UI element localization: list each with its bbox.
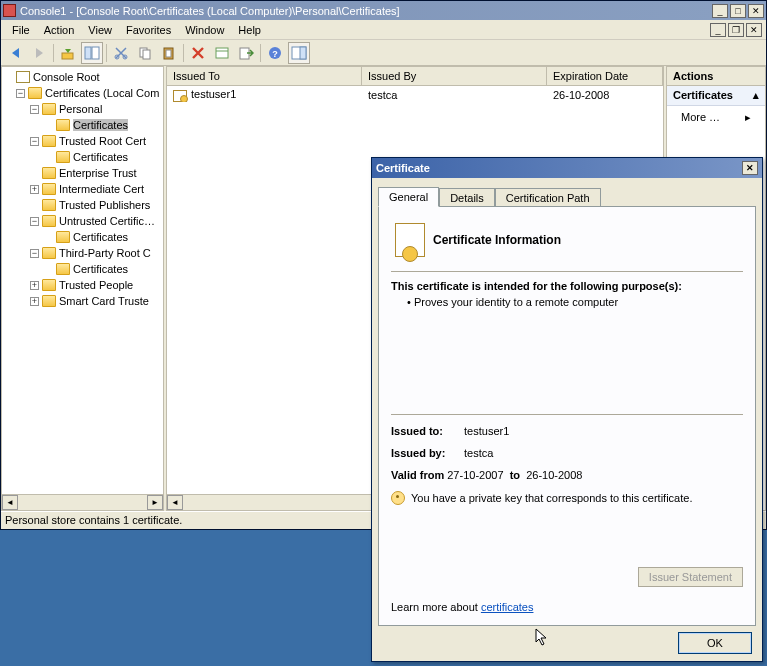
show-tree-button[interactable] [81,42,103,64]
delete-button[interactable] [187,42,209,64]
dialog-close-button[interactable]: ✕ [742,161,758,175]
tree-label: Trusted People [59,279,133,291]
certificate-icon [173,90,187,102]
tree-node-tr-certs[interactable]: Certificates [2,149,163,165]
collapse-icon[interactable]: − [30,105,39,114]
collapse-icon[interactable]: − [30,137,39,146]
tree-node-certificates-personal[interactable]: Certificates [2,117,163,133]
menu-action[interactable]: Action [37,22,82,38]
column-expiration[interactable]: Expiration Date [547,67,663,85]
table-row[interactable]: testuser1 testca 26-10-2008 [167,86,663,104]
back-button[interactable] [4,42,26,64]
learn-link[interactable]: certificates [481,601,534,613]
export-button[interactable] [235,42,257,64]
collapse-icon[interactable]: − [16,89,25,98]
paste-button[interactable] [158,42,180,64]
actions-section[interactable]: Certificates ▴ [667,86,765,106]
tree[interactable]: Console Root −Certificates (Local Com −P… [2,67,163,494]
folder-icon [42,135,56,147]
tree-node-tp-certs[interactable]: Certificates [2,261,163,277]
minimize-button[interactable]: _ [712,4,728,18]
cut-button[interactable] [110,42,132,64]
tree-node-trusted-root[interactable]: −Trusted Root Cert [2,133,163,149]
expand-icon[interactable]: + [30,297,39,306]
collapse-icon[interactable]: − [30,217,39,226]
tree-node-intermediate[interactable]: +Intermediate Cert [2,181,163,197]
tree-hscrollbar[interactable]: ◄ ► [2,494,163,510]
tree-node-trusted-people[interactable]: +Trusted People [2,277,163,293]
collapse-icon[interactable]: − [30,249,39,258]
purpose-intro: This certificate is intended for the fol… [391,280,743,292]
tree-node-certificates[interactable]: −Certificates (Local Com [2,85,163,101]
certificate-title: Certificate [376,162,742,174]
doc-minimize-button[interactable]: _ [710,23,726,37]
tree-node-trusted-publishers[interactable]: Trusted Publishers [2,197,163,213]
cell-expiration: 26-10-2008 [547,89,663,101]
tree-node-console-root[interactable]: Console Root [2,69,163,85]
tree-node-untrusted[interactable]: −Untrusted Certific… [2,213,163,229]
menu-view[interactable]: View [81,22,119,38]
tree-label: Certificates [73,119,128,131]
column-issued-to[interactable]: Issued To [167,67,362,85]
folder-icon [42,279,56,291]
tree-node-enterprise[interactable]: Enterprise Trust [2,165,163,181]
arrow-left-icon [12,48,19,58]
learn-more: Learn more about certificates [391,601,533,613]
column-issued-by[interactable]: Issued By [362,67,547,85]
forward-button[interactable] [28,42,50,64]
valid-field: Valid from 27-10-2007 to 26-10-2008 [391,469,743,481]
menu-favorites[interactable]: Favorites [119,22,178,38]
folder-icon [42,215,56,227]
tree-node-un-certs[interactable]: Certificates [2,229,163,245]
folder-icon [56,231,70,243]
folder-icon [42,295,56,307]
close-button[interactable]: ✕ [748,4,764,18]
expand-icon[interactable]: + [30,185,39,194]
ok-button[interactable]: OK [678,632,752,654]
tab-details[interactable]: Details [439,188,495,208]
scroll-right-button[interactable]: ► [147,495,163,510]
valid-to-label: to [510,469,520,481]
certificate-dialog: Certificate ✕ General Details Certificat… [371,157,763,662]
folder-icon [42,167,56,179]
tree-label: Intermediate Cert [59,183,144,195]
tree-label: Personal [59,103,102,115]
tab-general[interactable]: General [378,187,439,207]
tree-label: Certificates [73,151,128,163]
copy-button[interactable] [134,42,156,64]
actions-pane-button[interactable] [288,42,310,64]
tree-label: Certificates [73,231,128,243]
certificate-info-heading: Certificate Information [433,233,561,247]
menu-window[interactable]: Window [178,22,231,38]
issued-to-value: testuser1 [464,425,509,437]
folder-icon [56,119,70,131]
maximize-button[interactable]: □ [730,4,746,18]
svg-rect-15 [300,47,306,59]
issued-to-label: Issued to: [391,425,461,437]
scroll-left-button[interactable]: ◄ [167,495,183,510]
expand-icon[interactable]: + [30,281,39,290]
doc-close-button[interactable]: ✕ [746,23,762,37]
titlebar[interactable]: Console1 - [Console Root\Certificates (L… [1,1,766,20]
folder-icon [42,183,56,195]
help-button[interactable]: ? [264,42,286,64]
menu-file[interactable]: File [5,22,37,38]
app-icon [3,4,16,17]
tree-node-thirdparty[interactable]: −Third-Party Root C [2,245,163,261]
private-key-text: You have a private key that corresponds … [411,492,692,504]
private-key-line: You have a private key that corresponds … [391,491,743,505]
menu-help[interactable]: Help [231,22,268,38]
up-button[interactable] [57,42,79,64]
properties-button[interactable] [211,42,233,64]
actions-more[interactable]: More … ▸ [667,106,765,129]
doc-restore-button[interactable]: ❐ [728,23,744,37]
scroll-left-button[interactable]: ◄ [2,495,18,510]
certificate-titlebar[interactable]: Certificate ✕ [372,158,762,178]
tree-node-smartcard[interactable]: +Smart Card Truste [2,293,163,309]
actions-section-label: Certificates [673,89,733,102]
tree-node-personal[interactable]: −Personal [2,101,163,117]
svg-rect-9 [216,48,228,58]
folder-icon [42,199,56,211]
tab-certification-path[interactable]: Certification Path [495,188,601,208]
certificate-tabs: General Details Certification Path [378,186,756,206]
